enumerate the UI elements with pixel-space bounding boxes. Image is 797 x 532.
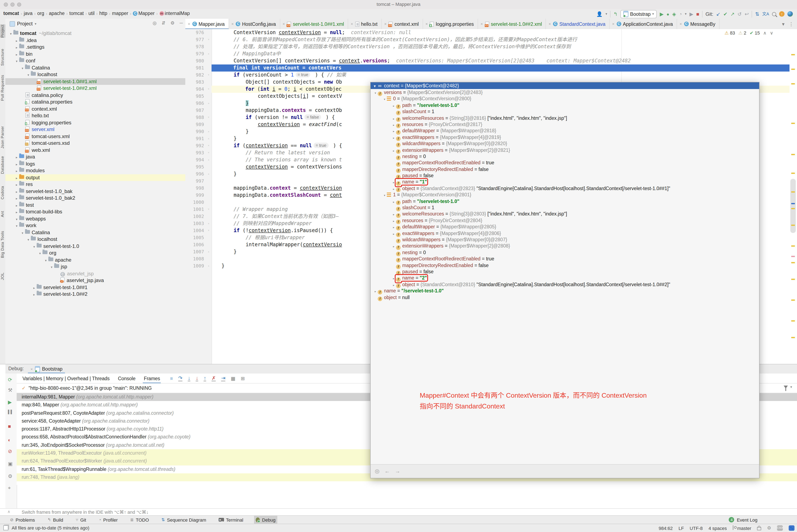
fold-marker-icon[interactable]: ▵ (206, 100, 211, 107)
close-icon[interactable]: × (425, 22, 428, 26)
code-line-981[interactable]: 981final int versionCount = contextVers (185, 64, 797, 72)
tab-Mapper.java[interactable]: ×CMapper.java (185, 19, 229, 29)
breadcrumb-item[interactable]: http (99, 11, 107, 16)
breadcrumb-class[interactable]: Mapper (139, 11, 155, 16)
breadcrumb-item[interactable]: mapper (112, 11, 128, 16)
tree-item-servelet-test-1.0##2.xml[interactable]: <>servelet-test-1.0##2.xml (5, 85, 185, 92)
close-icon[interactable]: × (612, 22, 615, 26)
variable-row-object[interactable]: fobject = null (370, 294, 759, 301)
breadcrumb[interactable]: tomcat›java›org›apache›tomcat›util›http›… (3, 11, 190, 16)
tree-item-server.xml[interactable]: <>server.xml (5, 126, 185, 133)
search-everywhere-icon[interactable] (772, 12, 776, 16)
fold-marker-icon[interactable]: ▵ (206, 156, 211, 164)
git-commit-button[interactable]: ✔ (723, 10, 727, 18)
scroll-up-icon[interactable]: ∧ (7, 510, 10, 514)
gear-icon[interactable]: ⚙ (767, 525, 771, 531)
tab-frames[interactable]: Frames (143, 375, 161, 382)
compare-branches-icon[interactable]: ⇅ (755, 10, 759, 18)
close-icon[interactable]: × (283, 22, 285, 26)
variable-row-extensionWrappers[interactable]: ▸fextensionWrappers = {Mapper$Wrapper[2]… (370, 147, 759, 153)
error-stripe[interactable] (790, 29, 797, 364)
warning-mark[interactable] (791, 337, 795, 338)
close-icon[interactable]: × (350, 22, 353, 26)
tab-variables-views[interactable]: Variables | Memory | Overhead | Threads (22, 375, 111, 382)
stripe-item-ant[interactable]: Ant (0, 211, 5, 217)
fold-marker-icon[interactable]: ▵ (206, 135, 211, 142)
warning-mark[interactable] (791, 83, 795, 84)
tree-chevron-icon[interactable]: ▾ (382, 96, 387, 103)
event-log[interactable]: 4Event Log (729, 517, 797, 522)
variable-row-name[interactable]: ▸fname = "2" (370, 275, 759, 282)
variable-row-defaultWrapper[interactable]: ▸fdefaultWrapper = {Mapper$Wrapper@2805} (370, 224, 759, 230)
tree-chevron-icon[interactable]: ▸ (392, 115, 396, 122)
tree-item-conf[interactable]: ▾conf (5, 57, 185, 64)
fold-marker-icon[interactable]: ▿ (206, 227, 211, 234)
tree-item-tomcat-users.xsd[interactable]: xstomcat-users.xsd (5, 140, 185, 147)
tree-item-Catalina[interactable]: ▾Catalina (5, 64, 185, 71)
code-line-978[interactable]: 978// 处理，如果指定了版本号，则返回版本号相等的ContextVersio… (185, 43, 797, 50)
tree-chevron-icon[interactable]: ▸ (392, 103, 396, 109)
code-line-977[interactable]: 977▿// 6. 前面曾讲到MappedContext存放了路径相同的所有版本… (185, 36, 797, 43)
tree-item-logging.properties[interactable]: ▮logging.properties (5, 119, 185, 126)
close-icon[interactable]: × (31, 367, 33, 371)
toolwindow-debug[interactable]: Debug (254, 516, 277, 524)
toolwindow-sequence-diagram[interactable]: ⇅Sequence Diagram (160, 516, 208, 524)
variable-row-extensionWrappers[interactable]: ▸fextensionWrappers = {Mapper$Wrapper[2]… (370, 243, 759, 250)
stripe-item-big-data-tools[interactable]: Big Data Tools (0, 231, 5, 258)
fold-marker-icon[interactable]: ▿ (206, 114, 211, 121)
tree-chevron-icon[interactable]: ▸ (392, 224, 396, 231)
frames-menu-icon[interactable]: ≡ (170, 376, 173, 381)
stripe-item-database[interactable]: Database (0, 156, 5, 174)
update-available-icon[interactable]: ↑ (779, 11, 784, 17)
variable-row-paused[interactable]: fpaused = false (370, 173, 759, 179)
tree-item-servelet-test-1.0[interactable]: ▾servelet-test-1.0 (5, 243, 185, 250)
fold-marker-icon[interactable]: ▿ (206, 206, 211, 213)
breadcrumb-item[interactable]: apache (49, 11, 65, 16)
fold-marker-icon[interactable]: ▵ (206, 248, 211, 255)
collapse-all-button[interactable]: ⇵ (162, 20, 165, 26)
tree-item-servelet-test-1.0_bak2[interactable]: ▸servelet-test-1.0_bak2 (5, 195, 185, 202)
toolwindow-build[interactable]: ↰Build (46, 516, 65, 524)
tree-item-tomcat-users.xml[interactable]: <>tomcat-users.xml (5, 133, 185, 140)
tree-item-localhost[interactable]: ▾localhost (5, 236, 185, 243)
pause-button[interactable]: ▌▌ (8, 410, 13, 414)
variable-row-exactWrappers[interactable]: ▸fexactWrappers = {Mapper$Wrapper[4]@280… (370, 230, 759, 237)
tab-HostConfig.java[interactable]: ×CHostConfig.java (229, 19, 280, 29)
tab-context.xml[interactable]: ×<>context.xml (382, 19, 423, 29)
variable-row-1[interactable]: ▾1 = {Mapper$ContextVersion@2801} (370, 192, 759, 198)
warning-mark[interactable] (791, 320, 795, 322)
project-view-selector[interactable]: Project ▾ (10, 21, 36, 26)
resume-button[interactable]: ▶ (8, 399, 12, 405)
sync-arrow-icon[interactable]: ↰ (613, 10, 617, 18)
fold-marker-icon[interactable]: ▵ (206, 220, 211, 227)
run-button[interactable]: ▶ (660, 10, 664, 18)
step-out-button[interactable]: ↑ (204, 375, 206, 381)
variable-row-mapperContextRootRedirectEnabled[interactable]: fmapperContextRootRedirectEnabled = true (370, 256, 759, 262)
force-step-into-button[interactable]: ↓ (196, 375, 198, 381)
variable-row-welcomeResources[interactable]: ▸fwelcomeResources = {String[3]@2816} ["… (370, 115, 759, 121)
tree-item-.settings[interactable]: ▸.settings (5, 44, 185, 51)
warning-mark[interactable] (791, 262, 795, 263)
tree-chevron-icon[interactable]: ▸ (373, 288, 378, 295)
run-config-selector[interactable]: Bootstrap▾ (620, 10, 657, 18)
tree-item-localhost[interactable]: ▾localhost (5, 71, 185, 78)
stop-button[interactable]: ■ (696, 10, 699, 18)
tree-item-context.xml[interactable]: <>context.xml (5, 106, 185, 112)
history-button[interactable]: ↺ (738, 10, 742, 18)
close-icon[interactable]: × (680, 22, 682, 26)
tree-chevron-icon[interactable]: ▸ (392, 148, 396, 154)
tree-chevron-icon[interactable]: ▸ (392, 276, 396, 282)
code-line-976[interactable]: 976ContextVersion contextVersion = null;… (185, 29, 797, 36)
variable-row-path[interactable]: ▸fpath = "/servelet-test-1.0" (370, 102, 759, 109)
fold-marker-icon[interactable]: ▿ (206, 142, 211, 149)
variable-row-wildcardWrappers[interactable]: fwildcardWrappers = {Mapper$Wrapper[0]@2… (370, 140, 759, 147)
stripe-item-json-parser[interactable]: Json Parser (0, 126, 5, 149)
rollback-button[interactable]: ↩ (744, 10, 749, 18)
inspections-widget[interactable]: ⚠ 83 ⚠ 2 ✔ 15 ∧ ∨ (725, 30, 773, 36)
tree-item-work[interactable]: ▾work (5, 222, 185, 229)
breadcrumb-item[interactable]: tomcat (3, 11, 19, 16)
breadcrumb-item[interactable]: util (89, 11, 94, 16)
tree-item-Catalina[interactable]: ▾Catalina (5, 229, 185, 236)
tree-item-aservlet_jsp.java[interactable]: Jaservlet_jsp.java (5, 277, 185, 284)
variable-row-object[interactable]: ▸fobject = {StandardContext@2810} "Stand… (370, 281, 759, 288)
